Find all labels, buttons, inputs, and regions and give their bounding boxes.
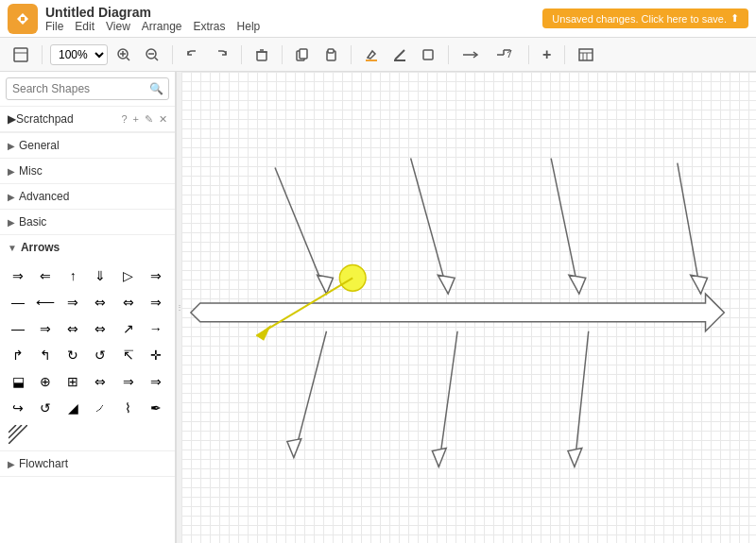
arrow-shape-28[interactable]: ⇒ — [116, 369, 141, 394]
advanced-arrow: ▶ — [8, 192, 15, 202]
arrow-shape-31[interactable]: ↺ — [33, 396, 58, 420]
arrow-shape-14[interactable]: ⇔ — [60, 316, 85, 341]
misc-header[interactable]: ▶ Misc — [0, 159, 175, 183]
arrow-shape-17[interactable]: → — [144, 316, 168, 341]
flowchart-section: ▶ Flowchart — [0, 451, 175, 477]
arrow-shape-6[interactable]: — — [6, 290, 30, 314]
arrow-shape-13[interactable]: ⇒ — [33, 316, 58, 341]
scratchpad-edit-icon[interactable]: ✎ — [145, 113, 153, 126]
scratchpad-add-icon[interactable]: + — [133, 113, 139, 126]
zoom-in-button[interactable] — [112, 44, 136, 65]
diag-arrow-6-line — [438, 331, 457, 467]
arrow-shape-9[interactable]: ⇔ — [88, 290, 112, 314]
canvas[interactable] — [181, 72, 756, 543]
svg-rect-1 — [21, 17, 25, 21]
toolbar: 100% 75% 50% 150% + — [0, 38, 756, 72]
search-input[interactable] — [6, 77, 169, 100]
diag-arrow-3-head — [569, 275, 586, 294]
diag-arrow-3-line — [551, 159, 579, 295]
arrow-shape-16[interactable]: ↗ — [116, 316, 141, 341]
arrow-shape-26[interactable]: ⊞ — [60, 369, 85, 394]
menu-extras[interactable]: Extras — [194, 20, 226, 33]
arrow-shape-10[interactable]: ⇔ — [116, 290, 141, 314]
basic-section: ▶ Basic — [0, 210, 175, 235]
general-section: ▶ General — [0, 133, 175, 159]
search-icon: 🔍 — [149, 82, 163, 95]
arrow-shape-34[interactable]: ⌇ — [116, 396, 141, 420]
arrow-shape-8[interactable]: ⇒ — [60, 290, 85, 314]
svg-rect-25 — [579, 49, 593, 60]
undo-button[interactable] — [180, 44, 205, 65]
arrow-shape-25[interactable]: ⊕ — [33, 369, 58, 394]
diag-arrow-2-head — [438, 275, 455, 294]
arrow-shape-27[interactable]: ⇔ — [88, 369, 112, 394]
menu-file[interactable]: File — [45, 20, 63, 33]
zoom-select[interactable]: 100% 75% 50% 150% — [50, 44, 108, 65]
main-layout: 🔍 ▶ Scratchpad ? + ✎ ✕ ▶ General — [0, 72, 756, 543]
arrow-shape-4[interactable]: ▷ — [116, 263, 141, 288]
delete-button[interactable] — [249, 44, 274, 65]
svg-line-30 — [9, 425, 22, 438]
sidebar: 🔍 ▶ Scratchpad ? + ✎ ✕ ▶ General — [0, 72, 176, 543]
unsaved-label: Unsaved changes. Click here to save. — [552, 13, 727, 25]
waypoint-button[interactable] — [490, 44, 521, 65]
menu-view[interactable]: View — [106, 20, 130, 33]
arrow-shape-30[interactable]: ↪ — [6, 396, 30, 420]
line-color-button[interactable] — [387, 44, 412, 65]
scratchpad-section: ▶ Scratchpad ? + ✎ ✕ — [0, 107, 175, 133]
arrow-shape-19[interactable]: ↰ — [33, 343, 58, 367]
redo-button[interactable] — [209, 44, 233, 65]
arrow-shape-2[interactable]: ↑ — [60, 263, 85, 288]
arrow-shape-1[interactable]: ⇐ — [33, 263, 58, 288]
arrow-shape-7[interactable]: ⟵ — [33, 290, 58, 314]
general-header[interactable]: ▶ General — [0, 133, 175, 158]
shape-style-button[interactable] — [416, 44, 440, 65]
table-insert-button[interactable] — [573, 44, 599, 65]
paste-button[interactable] — [318, 44, 343, 65]
sep4 — [282, 45, 283, 64]
arrow-shape-21[interactable]: ↺ — [88, 343, 112, 367]
sep8 — [564, 45, 565, 64]
header: Untitled Diagram File Edit View Arrange … — [0, 0, 756, 38]
misc-label: Misc — [19, 164, 43, 178]
sep5 — [351, 45, 352, 64]
arrow-shape-18[interactable]: ↱ — [6, 343, 30, 367]
app-title: Untitled Diagram — [45, 5, 260, 20]
insert-button[interactable]: + — [537, 42, 557, 67]
arrows-section: ▼ Arrows ⇒⇐↑⇓▷⇒—⟵⇒⇔⇔⇒—⇒⇔⇔↗→↱↰↻↺↸✛⬓⊕⊞⇔⇒⇒↪… — [0, 235, 175, 451]
arrow-shape-29[interactable]: ⇒ — [144, 369, 168, 394]
arrow-shape-23[interactable]: ✛ — [144, 343, 168, 367]
arrow-shape-15[interactable]: ⇔ — [88, 316, 112, 341]
arrow-shape-32[interactable]: ◢ — [60, 396, 85, 420]
fill-color-button[interactable] — [359, 44, 384, 65]
advanced-header[interactable]: ▶ Advanced — [0, 184, 175, 209]
arrows-header[interactable]: ▼ Arrows — [0, 235, 175, 260]
arrow-shape-35[interactable]: ✒ — [144, 396, 168, 420]
scratchpad-header[interactable]: ▶ Scratchpad ? + ✎ ✕ — [0, 107, 175, 132]
misc-arrow: ▶ — [8, 166, 15, 177]
menu-help[interactable]: Help — [237, 20, 261, 33]
arrow-shape-0[interactable]: ⇒ — [6, 263, 30, 288]
arrow-style-button[interactable] — [456, 44, 487, 65]
zoom-out-button[interactable] — [140, 44, 164, 65]
arrow-shape-24[interactable]: ⬓ — [6, 369, 30, 394]
flowchart-label: Flowchart — [19, 457, 68, 470]
menu-arrange[interactable]: Arrange — [142, 20, 182, 33]
arrows-label: Arrows — [21, 241, 60, 254]
menu-edit[interactable]: Edit — [75, 20, 94, 33]
scratchpad-help-icon[interactable]: ? — [121, 113, 127, 126]
unsaved-changes-button[interactable]: Unsaved changes. Click here to save. ⬆ — [542, 8, 748, 28]
basic-header[interactable]: ▶ Basic — [0, 210, 175, 234]
arrow-shape-5[interactable]: ⇒ — [144, 263, 168, 288]
scratchpad-close-icon[interactable]: ✕ — [159, 113, 167, 126]
stripes-shape[interactable] — [6, 422, 30, 447]
arrow-shape-11[interactable]: ⇒ — [144, 290, 168, 314]
arrow-shape-12[interactable]: — — [6, 316, 30, 341]
copy-button[interactable] — [290, 44, 315, 65]
arrow-shape-3[interactable]: ⇓ — [88, 263, 112, 288]
page-view-button[interactable] — [8, 43, 34, 66]
arrow-shape-20[interactable]: ↻ — [60, 343, 85, 367]
arrow-shape-33[interactable]: ⟋ — [88, 396, 112, 420]
arrow-shape-22[interactable]: ↸ — [116, 343, 141, 367]
flowchart-header[interactable]: ▶ Flowchart — [0, 451, 175, 476]
